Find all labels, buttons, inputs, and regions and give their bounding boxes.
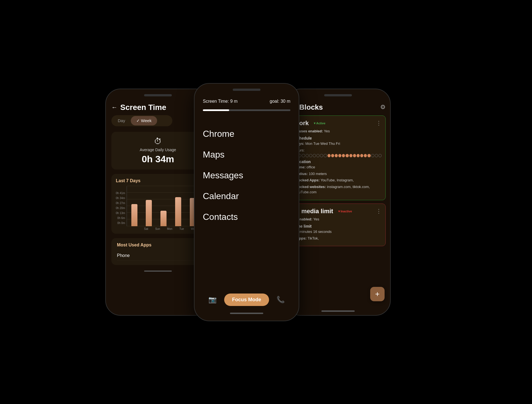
block-work: work ▼Active ⋮ Pauses enabled: Yes Sched… (290, 115, 386, 200)
blocks-title: Blocks (299, 103, 323, 112)
fab-add-button[interactable]: + (370, 287, 385, 301)
phones-container: ← Screen Time Day ✓ Week ⏱ Average Daily… (100, 78, 432, 327)
goal-label: goal: 30 m (270, 99, 290, 104)
block-work-more[interactable]: ⋮ (376, 120, 382, 126)
block-work-header: work ▼Active ⋮ (295, 120, 382, 127)
blocks-header: ← Blocks ⚙ (290, 103, 386, 112)
progress-bar-container (203, 109, 290, 111)
block-work-location-name: Name: office (295, 164, 382, 170)
block-work-schedule-title: Schedule (295, 136, 382, 140)
progress-bar-fill (203, 109, 229, 111)
hours-dots (295, 154, 382, 157)
x-label-sun: Sun (155, 227, 160, 230)
dot-18 (360, 154, 363, 157)
dot-10 (331, 154, 334, 157)
bars-row (127, 186, 200, 226)
usage-card: ⏱ Average Daily Usage 0h 34m (111, 132, 204, 169)
app-item-calendar[interactable]: Calendar (203, 187, 290, 205)
camera-icon[interactable]: 📷 (208, 296, 217, 303)
y-label-0: 0h 41m (116, 192, 125, 195)
bar-tue (175, 186, 181, 226)
x-label-mon: Mon (167, 227, 172, 230)
dot-17 (357, 154, 360, 157)
block-work-days: Days: Mon Tue Wed Thu Fri (295, 141, 382, 146)
block-social-pauses: s enabled: Yes (295, 217, 382, 222)
phone-center: Screen Time: 9 m goal: 30 m Chrome Maps … (194, 83, 299, 321)
dot-23 (378, 154, 382, 157)
dot-7 (320, 154, 323, 157)
app-item-maps[interactable]: Maps (203, 146, 290, 164)
block-work-status: ▼Active (311, 121, 327, 125)
chart-labels-x: Sat Sun Mon Tue Wed (127, 227, 200, 230)
screen-time-title: Screen Time (120, 103, 166, 112)
center-app: Screen Time: 9 m goal: 30 m Chrome Maps … (195, 84, 299, 321)
block-work-location-radius: Radius: 100 meters (295, 171, 382, 177)
x-label-sat: Sat (144, 227, 148, 230)
dot-4 (309, 154, 312, 157)
home-indicator-right (321, 310, 355, 312)
dot-22 (375, 154, 378, 157)
dot-20 (367, 154, 370, 157)
app-row-phone[interactable]: Phone (117, 251, 199, 261)
dot-2 (302, 154, 305, 157)
dot-3 (306, 154, 309, 157)
block-work-pauses: Pauses enabled: Yes (295, 128, 382, 134)
app-item-messages[interactable]: Messages (203, 166, 290, 184)
dot-13 (342, 154, 345, 157)
most-used-title: Most Used Apps (117, 243, 199, 248)
dot-6 (316, 154, 319, 157)
usage-time: 0h 34m (117, 154, 199, 164)
block-social-media: al media limit ▼Inactive ⋮ s enabled: Ye… (290, 204, 386, 246)
chart-grid (127, 186, 200, 226)
dot-5 (313, 154, 316, 157)
dot-14 (346, 154, 349, 157)
bottom-bar: 📷 Focus Mode 📞 (203, 289, 290, 310)
bar-mon (160, 186, 167, 226)
chart-bars-area: Sat Sun Mon Tue Wed (127, 186, 200, 230)
screen-bar-top: Screen Time: 9 m goal: 30 m (203, 99, 290, 104)
chart-card: Last 7 Days 0h 41m 0h 34m 0h 27m 0h 20m … (111, 174, 204, 234)
phone-icon[interactable]: 📞 (277, 296, 285, 303)
x-label-tue: Tue (179, 227, 184, 230)
chart-title: Last 7 Days (116, 178, 200, 183)
chart-labels-y: 0h 41m 0h 34m 0h 27m 0h 20m 0h 13m 0h 6m… (116, 192, 125, 230)
dot-9 (328, 154, 331, 157)
block-social-media-name: al media limit (295, 208, 333, 215)
block-work-location-title: Location (295, 159, 382, 164)
block-social-media-more[interactable]: ⋮ (376, 208, 382, 214)
tab-day[interactable]: Day (112, 116, 131, 125)
block-social-media-name-row: al media limit ▼Inactive (295, 208, 354, 215)
app-item-chrome[interactable]: Chrome (203, 125, 290, 143)
back-header: ← Screen Time (111, 103, 204, 112)
block-social-blocked-apps: l Apps: TikTok, (295, 236, 382, 241)
phone-right: ← Blocks ⚙ work ▼Active ⋮ Pauses enabled… (285, 89, 391, 316)
y-label-5: 0h 6m (116, 217, 125, 220)
phone-center-inner: Screen Time: 9 m goal: 30 m Chrome Maps … (195, 84, 299, 321)
back-button[interactable]: ← (111, 104, 117, 111)
chart-area: 0h 41m 0h 34m 0h 27m 0h 20m 0h 13m 0h 6m… (116, 186, 200, 230)
focus-mode-button[interactable]: Focus Mode (224, 294, 269, 306)
dot-19 (364, 154, 367, 157)
dot-8 (324, 154, 327, 157)
gear-icon[interactable]: ⚙ (380, 104, 386, 111)
y-label-6: 0h 0m (116, 222, 125, 225)
phone-right-inner: ← Blocks ⚙ work ▼Active ⋮ Pauses enabled… (286, 89, 390, 315)
dot-15 (349, 154, 352, 157)
home-indicator-left (144, 271, 172, 272)
block-work-blocked-apps: Blocked Apps: YouTube, Instagram, (295, 177, 382, 183)
block-social-media-header: al media limit ▼Inactive ⋮ (295, 208, 382, 215)
bar-sat (131, 186, 137, 226)
block-work-name-row: work ▼Active (295, 120, 327, 127)
bar-sun (146, 186, 152, 226)
y-label-3: 0h 20m (116, 207, 125, 210)
dot-11 (335, 154, 338, 157)
tab-week[interactable]: ✓ Week (131, 116, 157, 125)
screen-time-label: Screen Time: 9 m (203, 99, 237, 104)
tab-selector: Day ✓ Week (111, 115, 172, 126)
dot-16 (353, 154, 356, 157)
home-indicator-center (230, 313, 263, 314)
dot-12 (338, 154, 341, 157)
block-work-hours-label: hours: (295, 148, 382, 153)
block-social-media-status: ▼Inactive (336, 209, 354, 213)
app-item-contacts[interactable]: Contacts (203, 208, 290, 226)
